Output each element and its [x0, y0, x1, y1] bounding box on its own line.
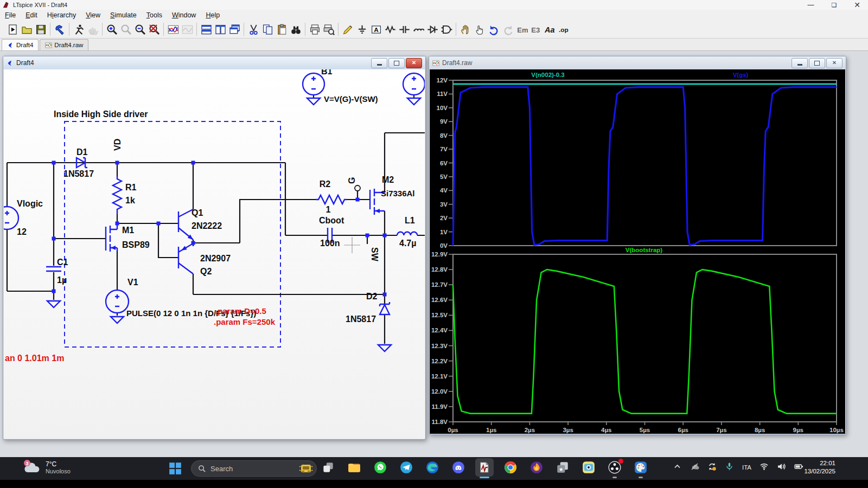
cut-button[interactable] — [246, 22, 260, 36]
taskbar-file-explorer[interactable] — [345, 458, 363, 477]
minimize-button[interactable]: — — [807, 1, 814, 9]
zoom-full-extents-icon — [149, 24, 160, 35]
place-component-button[interactable] — [439, 22, 454, 36]
cascade-windows-button[interactable] — [227, 22, 241, 36]
l1-value: 4.7µ — [399, 239, 416, 248]
tray-language[interactable]: ITA — [742, 464, 751, 471]
rotate-button[interactable]: E3 — [529, 22, 543, 36]
taskbar-chrome[interactable] — [501, 458, 520, 477]
plot-settings-button[interactable] — [180, 22, 194, 36]
taskbar-task-view[interactable] — [319, 458, 337, 477]
child-minimize-button[interactable] — [792, 58, 808, 68]
paste-icon — [276, 24, 288, 35]
draw-wire-button[interactable] — [341, 22, 355, 36]
tray-clock[interactable]: 22:01 13/02/2025 — [804, 459, 835, 476]
print-button[interactable] — [308, 22, 322, 36]
taskbar-paint-app[interactable] — [631, 458, 650, 477]
tray-sync-icon[interactable] — [707, 462, 717, 473]
new-schematic-button[interactable] — [5, 22, 20, 36]
move-button[interactable] — [458, 22, 473, 36]
menu-simulate[interactable]: Simulate — [105, 10, 142, 21]
toolbar-separator — [305, 23, 305, 36]
child-minimize-button[interactable] — [371, 58, 387, 68]
place-capacitor-button[interactable] — [397, 22, 411, 36]
file-explorer-icon — [347, 460, 361, 474]
paste-button[interactable] — [275, 22, 289, 36]
rotate-icon: E3 — [531, 24, 542, 35]
taskbar-edge[interactable] — [423, 458, 442, 477]
tab-draft4-raw[interactable]: Draft4.raw — [40, 39, 88, 50]
control-panel-button[interactable] — [53, 22, 67, 36]
maximize-button[interactable]: ❏ — [831, 2, 837, 9]
find-button[interactable] — [289, 22, 303, 36]
spice-directive-button[interactable]: .op — [557, 22, 571, 36]
start-button[interactable] — [168, 461, 182, 476]
place-diode-icon — [427, 24, 438, 35]
save-button[interactable] — [34, 22, 48, 36]
undo-button[interactable] — [487, 22, 501, 36]
tray-onedrive-icon[interactable] — [690, 462, 699, 473]
d2-ref: D2 — [366, 292, 378, 301]
taskbar-discord[interactable] — [449, 458, 468, 477]
menu-help[interactable]: Help — [201, 10, 225, 21]
move-icon — [460, 24, 471, 35]
tray-chevron-up-icon[interactable] — [673, 462, 682, 473]
taskbar-obs-studio[interactable] — [605, 458, 624, 477]
net-label-vd: VD — [113, 139, 122, 151]
taskbar-weather-widget[interactable]: 3 7°C Nuvoloso — [23, 459, 71, 476]
place-diode-button[interactable] — [425, 22, 439, 36]
halt-simulation-button[interactable] — [86, 22, 100, 36]
zoom-out-button[interactable] — [133, 22, 147, 36]
menu-hierarchy[interactable]: Hierarchy — [42, 10, 81, 21]
tile-horizontally-button[interactable] — [199, 22, 213, 36]
schematic-labels: Inside High Side driver B1 V=V(G)-V(SW) … — [5, 69, 416, 363]
taskbar-whatsapp[interactable] — [371, 458, 390, 477]
place-ground-button[interactable] — [355, 22, 369, 36]
tray-microphone-icon[interactable] — [725, 462, 734, 473]
zoom-full-extents-button[interactable] — [147, 22, 161, 36]
zoom-back-button[interactable] — [119, 22, 133, 36]
open-file-button[interactable] — [20, 22, 34, 36]
copy-button[interactable] — [260, 22, 275, 36]
schematic-canvas[interactable]: Inside High Side driver B1 V=V(G)-V(SW) … — [4, 69, 425, 439]
flame-app-icon — [529, 460, 544, 474]
schematic-window-titlebar[interactable]: Draft4 ✕ — [3, 56, 425, 69]
child-restore-button[interactable] — [388, 58, 405, 68]
tray-wifi-icon[interactable] — [760, 462, 769, 473]
tray-date: 13/02/2025 — [804, 467, 835, 476]
menu-window[interactable]: Window — [167, 10, 201, 21]
autorange-y-axis-button[interactable] — [166, 22, 180, 36]
child-restore-button[interactable] — [809, 58, 825, 68]
taskbar-camera-app[interactable] — [579, 458, 598, 477]
taskbar-gear-app[interactable] — [553, 458, 572, 477]
redo-button[interactable] — [501, 22, 515, 36]
child-close-button[interactable]: ✕ — [826, 58, 843, 68]
waveform-plot[interactable]: 12V11V10V9V8V7V6V5V4V3V2V1V0VV(n002)-0.3… — [430, 69, 845, 434]
menu-view[interactable]: View — [81, 10, 105, 21]
taskbar-telegram[interactable] — [397, 458, 416, 477]
place-component-icon — [441, 24, 452, 35]
place-inductor-button[interactable] — [411, 22, 425, 36]
search-input[interactable]: Search — [191, 460, 317, 477]
menu-tools[interactable]: Tools — [142, 10, 167, 21]
taskbar-flame-app[interactable] — [527, 458, 546, 477]
tray-volume-icon[interactable] — [777, 462, 786, 473]
menu-file[interactable]: File — [0, 10, 21, 21]
child-close-button[interactable]: ✕ — [406, 58, 422, 68]
tabbar: Draft4 Draft4.raw — [0, 38, 868, 51]
mirror-button[interactable]: Em — [515, 22, 529, 36]
place-resistor-button[interactable] — [383, 22, 397, 36]
taskbar-ltspice[interactable] — [475, 458, 494, 477]
menu-edit[interactable]: Edit — [21, 10, 42, 21]
tab-draft4[interactable]: Draft4 — [2, 39, 39, 50]
tile-vertically-button[interactable] — [213, 22, 227, 36]
run-simulation-button[interactable] — [72, 22, 86, 36]
tray-battery-icon[interactable] — [794, 462, 803, 473]
add-text-button[interactable]: Aa — [543, 22, 557, 36]
zoom-in-button[interactable] — [105, 22, 119, 36]
place-label-button[interactable]: A — [369, 22, 383, 36]
waveform-window-titlebar[interactable]: Draft4.raw ✕ — [429, 56, 846, 69]
drag-button[interactable] — [473, 22, 487, 36]
close-button[interactable]: ✕ — [854, 1, 860, 9]
print-preview-button[interactable] — [322, 22, 336, 36]
